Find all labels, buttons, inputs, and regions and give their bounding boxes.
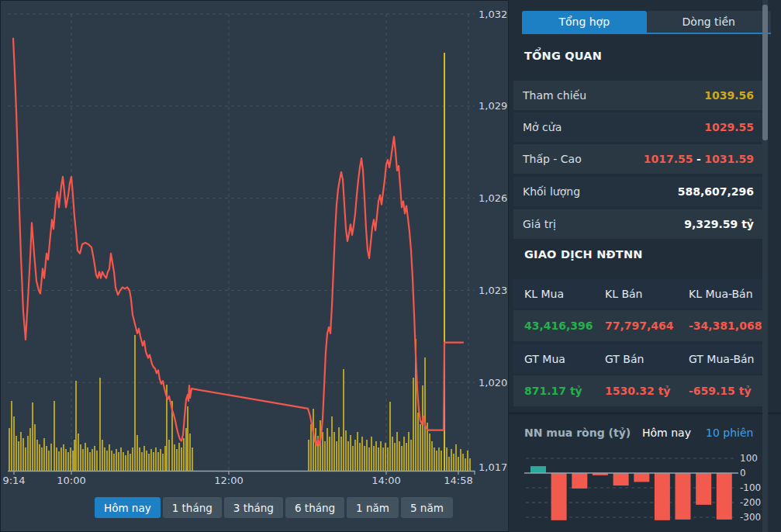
range-button-1-month[interactable]: 1 tháng xyxy=(163,497,222,518)
range-button-today[interactable]: Hôm nay xyxy=(95,497,161,518)
volume-bar xyxy=(48,451,50,471)
volume-bar xyxy=(34,424,36,471)
volume-bar xyxy=(361,437,363,471)
nn-net-buy-title: NN mua ròng (tỷ) xyxy=(524,427,631,439)
volume-bar xyxy=(29,428,31,471)
volume-bar xyxy=(406,443,407,471)
range-button-1-year[interactable]: 1 năm xyxy=(347,497,399,518)
volume-bar xyxy=(327,428,328,471)
nn-toggle-today[interactable]: Hôm nay xyxy=(642,427,691,439)
volume-bar xyxy=(185,428,187,471)
volume-bar xyxy=(174,444,175,471)
volume-bar xyxy=(43,438,45,471)
volume-bar xyxy=(451,449,452,471)
volume-bar xyxy=(22,438,24,471)
volume-bar xyxy=(32,402,33,471)
y-axis-label: -300 xyxy=(740,512,761,523)
price-volume-chart: 1,0321,0291,0261,0231,0201,0179:1410:001… xyxy=(0,0,508,532)
nn-toggle-10-sessions[interactable]: 10 phiên xyxy=(706,427,753,439)
volume-bar xyxy=(396,432,398,471)
kl-buy-header: KL Mua xyxy=(524,288,605,300)
kl-net-header: KL Mua-Bán xyxy=(689,288,760,300)
section-title-overview: TỔNG QUAN xyxy=(524,50,602,62)
row-reference: Tham chiếu 1039.56 xyxy=(513,81,765,110)
gt-values-row: 871.17 tỷ 1530.32 tỷ -659.15 tỷ xyxy=(513,375,765,406)
volume-bar xyxy=(441,451,442,471)
volume-bar xyxy=(455,444,457,471)
x-axis-label: 10:00 xyxy=(57,475,85,486)
volume-bar xyxy=(106,451,108,471)
volume-bar xyxy=(113,454,115,471)
volume-bar xyxy=(132,447,133,471)
volume-bar xyxy=(424,358,426,471)
volume-bar xyxy=(92,449,93,471)
volume-bar xyxy=(127,451,129,471)
y-axis-label: 100 xyxy=(740,453,758,464)
open-value: 1029.55 xyxy=(704,121,754,133)
volume-bar xyxy=(410,440,412,471)
volume-bar xyxy=(392,437,393,471)
volume-bar xyxy=(125,455,126,471)
volume-bar xyxy=(9,428,10,471)
volume-bar xyxy=(85,443,86,471)
volume-bar xyxy=(146,451,147,471)
volume-bar xyxy=(448,457,450,471)
volume-bar xyxy=(340,437,342,471)
volume-bar xyxy=(187,406,188,471)
volume-bar xyxy=(345,430,347,471)
volume-bar xyxy=(70,447,71,471)
volume-bar xyxy=(324,441,326,471)
trading-app: 1,0321,0291,0261,0231,0201,0179:1410:001… xyxy=(0,0,781,532)
range-selector: Hôm nay 1 tháng 3 tháng 6 tháng 1 năm 5 … xyxy=(95,497,453,518)
volume-bar xyxy=(39,444,40,471)
volume-bar xyxy=(116,449,117,471)
y-axis-label: 1,026 xyxy=(479,192,507,204)
volume-bar xyxy=(453,454,454,471)
kl-header-row: KL Mua KL Bán KL Mua-Bán xyxy=(513,279,765,309)
kl-buy-value: 43,416,396 xyxy=(524,320,605,332)
volume-bar xyxy=(462,454,464,471)
trade-value: 9,329.59 tỷ xyxy=(684,218,754,230)
volume-bar xyxy=(157,452,159,471)
gt-sell-value: 1530.32 tỷ xyxy=(605,385,689,397)
nn-bar xyxy=(634,473,649,482)
row-label: Thấp - Cao xyxy=(523,153,582,165)
row-label: Giá trị xyxy=(523,218,556,230)
scrollbar-thumb[interactable] xyxy=(762,5,768,140)
range-button-6-months[interactable]: 6 tháng xyxy=(285,497,344,518)
y-axis-label: -200 xyxy=(740,497,761,508)
volume-bar xyxy=(181,447,182,471)
y-axis-label: -100 xyxy=(740,482,761,493)
volume-bar xyxy=(371,437,372,471)
volume-bar xyxy=(436,451,437,471)
range-button-5-years[interactable]: 5 năm xyxy=(401,497,453,518)
volume-bar xyxy=(75,381,77,471)
volume-bar xyxy=(322,432,323,471)
nn-bar xyxy=(717,473,732,520)
volume-bar xyxy=(413,378,414,471)
row-low-high: Thấp - Cao 1017.55 - 1031.59 xyxy=(513,144,765,174)
volume-bar xyxy=(13,416,15,471)
volume-bar xyxy=(160,449,161,471)
volume-bar xyxy=(89,452,91,471)
volume-bar xyxy=(118,452,119,471)
volume-bar xyxy=(460,449,461,471)
kl-values-row: 43,416,396 77,797,464 -34,381,068 xyxy=(513,310,765,341)
volume-bar xyxy=(343,369,344,471)
price-line xyxy=(13,39,463,446)
volume-bar xyxy=(99,378,101,471)
kl-net-value: -34,381,068 xyxy=(689,320,762,332)
volume-bar xyxy=(338,427,340,471)
volume-bar xyxy=(394,443,396,471)
volume-bar xyxy=(16,436,17,471)
tab-dong-tien[interactable]: Dòng tiền xyxy=(647,11,772,33)
volume-bar xyxy=(403,437,405,471)
tab-tong-hop[interactable]: Tổng hợp xyxy=(522,11,647,33)
row-label: Khối lượng xyxy=(523,185,580,198)
volume-bar xyxy=(176,449,178,471)
volume-bar xyxy=(94,446,95,471)
volume-bar xyxy=(329,437,330,471)
gt-buy-value: 871.17 tỷ xyxy=(524,385,605,397)
range-button-3-months[interactable]: 3 tháng xyxy=(224,497,283,518)
nn-bar xyxy=(613,473,629,485)
